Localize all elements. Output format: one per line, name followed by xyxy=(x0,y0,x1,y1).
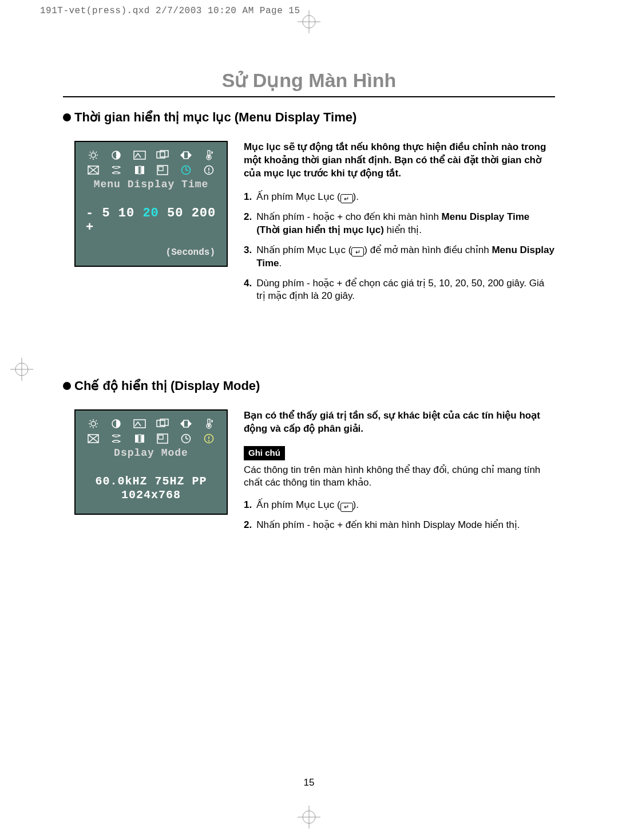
osd1-v3: 50 xyxy=(167,206,183,220)
halftone-icon xyxy=(131,432,148,445)
step-text: Ấn phím Mục Lục (↵). xyxy=(256,191,555,204)
color-control-icon xyxy=(85,164,102,176)
section1-steps: 1. Ấn phím Mục Lục (↵). 2. Nhấn phím - h… xyxy=(244,191,555,303)
svg-point-43 xyxy=(91,421,96,426)
menu-position-icon xyxy=(154,164,171,176)
osd1-plus: + xyxy=(86,220,94,235)
osd-display-mode: K Dsplay Mode 60.0kHZ 75HZ PP 1024x768 xyxy=(74,409,228,515)
section2-title-text: Chế độ hiển thị (Display Mode) xyxy=(74,378,260,393)
svg-rect-66 xyxy=(135,435,138,443)
display-mode-icon xyxy=(200,432,217,445)
step-text: Dùng phím - hoặc + để chọn các giá trị 5… xyxy=(256,277,555,303)
osd1-label: Menu Display Time xyxy=(81,179,221,190)
svg-rect-34 xyxy=(141,166,144,174)
svg-marker-56 xyxy=(180,420,184,427)
t: hiển thị. xyxy=(384,224,422,235)
menu-display-time-icon xyxy=(177,164,195,176)
main-title: Sử Dụng Màn Hình xyxy=(63,69,555,97)
t: Nhấn phím Mục Lục ( xyxy=(256,244,351,255)
color-temp-icon: K xyxy=(200,417,217,430)
svg-line-49 xyxy=(96,427,97,428)
page-content: Sử Dụng Màn Hình Thời gian hiển thị mục … xyxy=(34,34,584,806)
print-header: 191T-vet(press).qxd 2/7/2003 10:20 AM Pa… xyxy=(40,6,300,16)
osd-icon-row-2 xyxy=(81,431,221,446)
position-icon xyxy=(154,149,171,161)
t: Nhấn phím - hoặc + cho đến khi màn hình xyxy=(256,211,441,222)
section2-body: K Dsplay Mode 60.0kHZ 75HZ PP 1024x768 xyxy=(63,409,555,539)
brightness-icon xyxy=(85,417,102,430)
svg-text:K: K xyxy=(211,150,213,155)
page-number: 15 xyxy=(34,777,584,788)
step-text: Nhấn phím - hoặc + đến khi màn hình Disp… xyxy=(256,519,555,532)
reset-icon xyxy=(177,417,195,430)
osd-icon-row-2 xyxy=(81,163,221,178)
enter-icon: ↵ xyxy=(340,503,353,512)
section1-intro: Mục lục sẽ tự động tắt nếu không thực hi… xyxy=(244,141,555,180)
osd-icon-row-1: K xyxy=(81,148,221,163)
enter-icon: ↵ xyxy=(351,247,364,257)
reset-icon xyxy=(177,149,195,161)
image-lock-icon xyxy=(131,149,148,161)
svg-line-73 xyxy=(186,439,188,439)
svg-text:K: K xyxy=(211,419,213,424)
svg-marker-22 xyxy=(180,152,184,159)
step: 2. Nhấn phím - hoặc + đến khi màn hình D… xyxy=(244,519,555,532)
menu-display-time-icon xyxy=(177,432,195,445)
svg-line-17 xyxy=(96,152,97,153)
step-text: Nhấn phím - hoặc + cho đến khi màn hình … xyxy=(256,211,555,237)
svg-line-48 xyxy=(90,420,91,421)
step-num: 1. xyxy=(244,499,252,512)
step-num: 3. xyxy=(244,244,252,270)
osd1-v4: 200 xyxy=(192,206,216,220)
svg-line-39 xyxy=(186,170,188,171)
svg-point-9 xyxy=(91,153,96,157)
svg-rect-70 xyxy=(159,435,163,439)
svg-point-27 xyxy=(208,156,210,159)
svg-rect-67 xyxy=(138,435,141,443)
step: 4. Dùng phím - hoặc + để chọn các giá tr… xyxy=(244,277,555,303)
svg-line-51 xyxy=(96,420,97,421)
t: ). xyxy=(353,499,359,510)
svg-line-15 xyxy=(96,158,97,159)
section1-right: Mục lục sẽ tự động tắt nếu không thực hi… xyxy=(244,141,555,310)
osd-menu-display-time: K Menu Display Time - 5 10 20 50 200 + (… xyxy=(74,141,228,267)
svg-point-76 xyxy=(208,440,209,441)
section2-title: Chế độ hiển thị (Display Mode) xyxy=(63,378,555,393)
step-num: 1. xyxy=(244,191,252,204)
svg-rect-23 xyxy=(184,152,188,159)
contrast-icon xyxy=(108,417,125,430)
t: Ấn phím Mục Lục ( xyxy=(256,191,340,202)
osd1-values-row: - 5 10 20 50 200 + xyxy=(81,206,221,235)
note-text: Các thông tin trên màn hình không thể th… xyxy=(244,464,555,490)
color-control-icon xyxy=(85,432,102,445)
osd2-line1: 60.0kHZ 75HZ PP xyxy=(81,475,221,488)
step-text: Nhấn phím Mục Lục (↵) để mở màn hình điề… xyxy=(256,244,555,270)
svg-rect-68 xyxy=(141,435,144,443)
svg-marker-24 xyxy=(188,152,192,159)
step: 3. Nhấn phím Mục Lục (↵) để mở màn hình … xyxy=(244,244,555,270)
image-lock-icon xyxy=(131,417,148,430)
section1-title-text: Thời gian hiển thị mục lục (Menu Display… xyxy=(74,110,356,125)
note-badge: Ghi chú xyxy=(244,446,285,460)
step-num: 2. xyxy=(244,211,252,237)
halftone-icon xyxy=(131,164,148,176)
step-num: 2. xyxy=(244,519,252,532)
display-mode-icon xyxy=(200,164,217,176)
menu-position-icon xyxy=(154,432,171,445)
osd1-v1: 10 xyxy=(118,206,134,220)
color-temp-icon: K xyxy=(200,149,217,161)
section2: Chế độ hiển thị (Display Mode) K xyxy=(63,378,555,539)
osd1-v2-selected: 20 xyxy=(142,206,159,220)
crop-mark-bottom xyxy=(298,806,320,829)
crop-mark-left xyxy=(10,358,33,381)
section2-steps: 1. Ấn phím Mục Lục (↵). 2. Nhấn phím - h… xyxy=(244,499,555,532)
osd1-minus: - xyxy=(86,206,94,220)
svg-point-42 xyxy=(208,172,209,173)
section2-intro: Bạn có thể thấy giá trị tần số, sự khác … xyxy=(244,409,555,436)
section1-title: Thời gian hiển thị mục lục (Menu Display… xyxy=(63,110,555,125)
step: 1. Ấn phím Mục Lục (↵). xyxy=(244,191,555,204)
t: ) để mở màn hình điều chỉnh xyxy=(364,244,492,255)
language-icon xyxy=(108,432,125,445)
svg-line-14 xyxy=(90,152,91,153)
step-num: 4. xyxy=(244,277,252,303)
